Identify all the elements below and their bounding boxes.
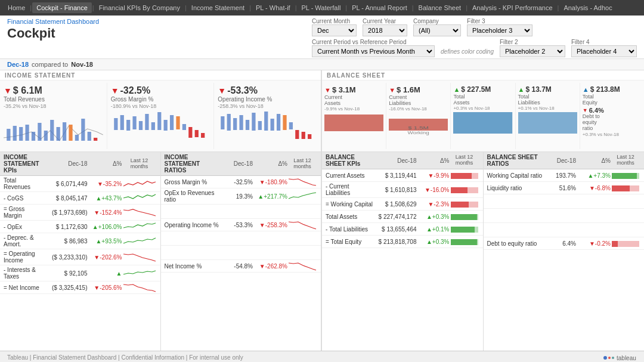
is-ratio-empty: [161, 205, 321, 219]
nav-analysis-kpi[interactable]: Analysis - KPI Performance: [468, 2, 557, 13]
is-col-date: Dec-18: [45, 160, 88, 167]
nav-cockpit-finance[interactable]: Cockpit - Finance: [32, 2, 92, 13]
svg-rect-11: [75, 135, 79, 141]
bs-row-totalequity: = Total Equity $ 213,818,708 ▲+0.3%: [322, 236, 483, 248]
svg-rect-44: [308, 134, 311, 139]
revenues-value: $ 6.1M: [13, 85, 42, 96]
bs-ratio-liquidity: Liquidity ratio 51.6% ▼-6.8%: [484, 182, 645, 194]
filter3-select[interactable]: Placeholder 3: [467, 24, 532, 36]
opincome-value: -53.3%: [227, 85, 258, 96]
svg-rect-68: [612, 241, 618, 247]
svg-rect-62: [451, 239, 477, 245]
nav-separator7: |: [412, 4, 414, 11]
svg-rect-45: [324, 115, 383, 131]
bs-kpi-totalassets: ▲ $ 227.5M TotalAssets +0.3% vs Nov-18: [451, 83, 515, 149]
svg-rect-4: [32, 132, 35, 141]
svg-rect-2: [19, 127, 23, 141]
svg-rect-12: [81, 119, 85, 141]
is-row-opincome: = Operating Income ($ 3,233,310) ▼-202.6…: [0, 249, 160, 265]
bs-col-date: Dec-18: [374, 157, 417, 164]
filter4-select[interactable]: Placeholder 4: [571, 45, 637, 57]
current-year-select[interactable]: 2018: [363, 24, 407, 36]
svg-rect-33: [240, 115, 243, 130]
opincome-delta: -258.3% vs Nov-18: [218, 103, 317, 109]
bs-ratio-empty1: [484, 194, 645, 209]
nav-financial-kpis[interactable]: Financial KPIs By Company: [95, 2, 184, 13]
current-period-filter: Current Period vs Reference Period Curre…: [312, 39, 435, 57]
svg-rect-21: [151, 122, 154, 130]
svg-rect-49: [453, 112, 512, 134]
is-ratio-grossmargin: Gross Margin % -32.5% ▼-180.9%: [161, 176, 321, 188]
svg-rect-41: [289, 122, 293, 129]
grossmargin-delta: -180.9% vs Nov-18: [111, 103, 210, 109]
svg-rect-52: [451, 173, 472, 179]
svg-rect-24: [170, 115, 174, 130]
breadcrumb[interactable]: Financial Statement Dashboard: [7, 18, 99, 25]
svg-rect-60: [451, 227, 475, 233]
svg-rect-38: [271, 119, 274, 131]
bs-row-workcap: = Working Capital $ 1,508,629 ▼-2.3%: [322, 198, 483, 211]
nav-pl-waterfall[interactable]: PL - Waterfall: [298, 2, 345, 13]
income-statement-label: INCOME STATEMENT: [0, 70, 321, 81]
bs-ratio-workcap: Working Capital ratio 193.7% ▲+7.3%: [484, 169, 645, 182]
grossmargin-value: -32.5%: [120, 85, 151, 96]
svg-rect-25: [176, 116, 179, 129]
is-ratios-col-date: Dec-18: [220, 160, 253, 167]
bs-row-totalliab: - Total Liabilities $ 13,655,464 ▲+0.1%: [322, 223, 483, 236]
grossmargin-label: Gross Margin %: [111, 96, 210, 103]
bs-ratio-empty3: [484, 223, 645, 237]
current-month-select[interactable]: Dec: [312, 24, 357, 36]
is-row-cogs: - CoGS $ 8,045,147 ▲+43.7%: [0, 192, 160, 205]
svg-rect-23: [163, 120, 167, 131]
bs-ratios-col-delta: Δ%: [576, 157, 611, 164]
bs-kpi-assets: ▼ $ 3.1M CurrentAssets -9.9% vs Nov-18: [322, 83, 386, 149]
svg-rect-9: [63, 122, 66, 141]
bs-ratio-debt: Debt to equity ratio 6.4% ▼-0.2%: [484, 237, 645, 250]
svg-rect-58: [451, 214, 477, 220]
svg-rect-40: [283, 115, 287, 130]
filter3-label: Filter 3: [467, 18, 532, 24]
current-date: Dec-18: [7, 61, 29, 68]
revenues-delta: -35.2% vs Nov-18: [4, 103, 103, 109]
svg-text:Working: Working: [408, 130, 429, 135]
bs-kpi-totalliab: ▲ $ 13.7M TotalLiabilities +0.1% vs Nov-…: [516, 83, 580, 149]
nav-pl-whatif[interactable]: PL - What-if: [252, 2, 295, 13]
current-month-label: Current Month: [312, 18, 357, 24]
svg-rect-8: [57, 127, 60, 141]
current-period-select[interactable]: Current Month vs Previous Month: [312, 45, 435, 57]
nav-income[interactable]: Income Statement: [187, 2, 249, 13]
bs-col-delta: Δ%: [417, 157, 450, 164]
svg-rect-32: [233, 118, 237, 130]
nav-separator4: |: [249, 4, 251, 11]
footer-text: Tableau | Financial Statement Dashboard …: [7, 354, 243, 361]
svg-rect-30: [221, 116, 225, 129]
nav-balance[interactable]: Balance Sheet: [414, 2, 466, 13]
company-select[interactable]: (All): [413, 24, 461, 36]
revenues-label: Total Revenues: [4, 96, 103, 103]
nav-pl-annual[interactable]: PL - Annual Report: [348, 2, 411, 13]
current-period-label: Current Period vs Reference Period: [312, 39, 435, 45]
filter3-filter: Filter 3 Placeholder 3: [467, 18, 532, 36]
svg-point-70: [608, 357, 611, 359]
opincome-label: Operating Income %: [218, 96, 317, 103]
svg-rect-39: [277, 114, 280, 131]
filter4-filter: Filter 4 Placeholder 4: [571, 39, 637, 57]
nav-analysis-adhoc[interactable]: Analysis - Adhoc: [559, 2, 616, 13]
svg-rect-50: [518, 112, 577, 134]
svg-rect-14: [94, 138, 97, 141]
svg-rect-6: [44, 131, 48, 141]
is-row-grossmargin: = Gross Margin ($ 1,973,698) ▼-152.4%: [0, 205, 160, 221]
svg-rect-1: [13, 126, 17, 141]
nav-separator3: |: [185, 4, 187, 11]
nav-separator: |: [30, 4, 32, 11]
svg-rect-22: [157, 112, 161, 130]
filter2-select[interactable]: Placeholder 2: [500, 45, 565, 57]
is-row-deprec: - Deprec. & Amort. $ 86,983 ▲+93.5%: [0, 233, 160, 249]
svg-rect-3: [25, 125, 29, 141]
is-ratio-empty3: [161, 246, 321, 260]
svg-rect-19: [139, 121, 143, 130]
nav-home[interactable]: Home: [4, 2, 29, 13]
bs-row-currassets: Current Assets $ 3,119,441 ▼-9.9%: [322, 169, 483, 182]
bs-col-last12: Last 12months: [450, 154, 479, 166]
svg-rect-42: [296, 130, 299, 139]
